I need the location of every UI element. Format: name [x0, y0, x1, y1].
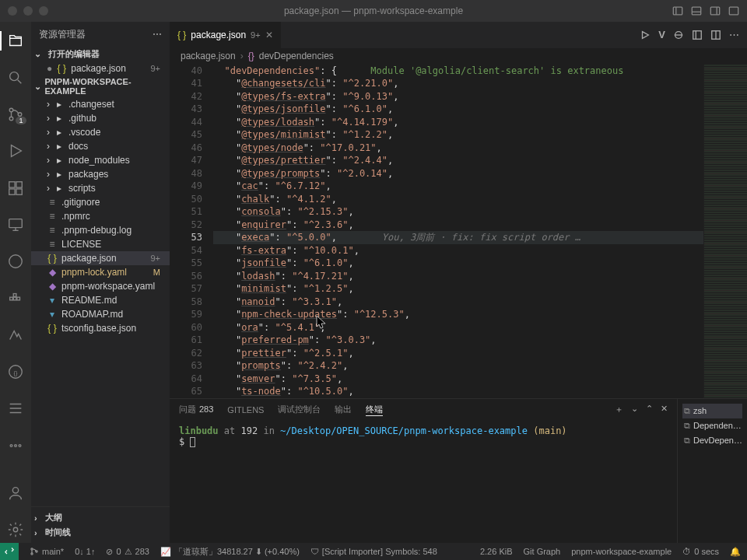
run-debug-view[interactable] — [0, 138, 31, 164]
tree-item--gitignore[interactable]: ≡.gitignore — [31, 195, 170, 209]
window-controls[interactable] — [8, 6, 48, 16]
panel-right-icon[interactable] — [710, 5, 721, 16]
svg-marker-12 — [12, 145, 22, 157]
svg-point-7 — [10, 72, 19, 81]
tab-output[interactable]: 输出 — [335, 404, 352, 415]
run-icon[interactable] — [640, 30, 651, 40]
explorer-view[interactable] — [0, 28, 31, 54]
sidebar-more-icon[interactable]: ⋯ — [153, 29, 162, 40]
tree-item-tsconfig-base-json[interactable]: { }tsconfig.base.json — [31, 321, 170, 335]
editor-body[interactable]: 4041424344454647484950515253545556575859… — [170, 65, 747, 398]
tree-item-README-md[interactable]: ▾README.md — [31, 293, 170, 307]
github-view[interactable] — [0, 249, 31, 275]
minimize-window[interactable] — [23, 6, 33, 16]
accounts[interactable] — [0, 480, 31, 506]
code-content[interactable]: "devDependencies": { Module '@algolia/cl… — [213, 65, 703, 398]
project-label[interactable]: pnpm-workspace-example — [571, 547, 672, 557]
tree-item--vscode[interactable]: ›▸.vscode — [31, 125, 170, 139]
split-left-icon[interactable] — [692, 30, 703, 40]
tree-item-docs[interactable]: ›▸docs — [31, 139, 170, 153]
tab-terminal[interactable]: 终端 — [366, 404, 383, 416]
maximize-window[interactable] — [39, 6, 48, 16]
tree-item-LICENSE[interactable]: ≡LICENSE — [31, 237, 170, 251]
nx-view[interactable] — [0, 322, 31, 348]
remote-explorer-view[interactable] — [0, 212, 31, 237]
breadcrumb-symbol[interactable]: devDependencies — [259, 51, 334, 61]
tree-item-pnpm-workspace-yaml[interactable]: ◆pnpm-workspace.yaml — [31, 279, 170, 293]
layout-icon[interactable] — [728, 5, 739, 16]
source-control-view[interactable]: 1 — [0, 102, 31, 128]
chevron-right-icon: › — [47, 155, 50, 166]
close-window[interactable] — [8, 6, 17, 16]
folder-icon: ▸ — [54, 183, 65, 194]
compare-icon[interactable] — [673, 30, 684, 40]
json-view[interactable]: {} — [0, 359, 31, 385]
tab-gitlens[interactable]: GITLENS — [227, 405, 264, 415]
svg-rect-0 — [673, 7, 682, 15]
tree-item--pnpm-debug-log[interactable]: ≡.pnpm-debug.log — [31, 223, 170, 237]
close-icon[interactable]: ✕ — [265, 30, 273, 40]
tree-item-packages[interactable]: ›▸packages — [31, 167, 170, 181]
tree-item--npmrc[interactable]: ≡.npmrc — [31, 209, 170, 223]
terminal[interactable]: linbudu at 192 in ~/Desktop/OPEN_SOURCE/… — [170, 421, 677, 543]
chevron-right-icon: › — [34, 513, 42, 523]
search-view[interactable] — [0, 65, 31, 90]
terminal-item[interactable]: ⧉zsh — [682, 404, 742, 418]
panel-bottom-icon[interactable] — [691, 5, 702, 16]
line-gutter[interactable]: 4041424344454647484950515253545556575859… — [170, 65, 213, 398]
breadcrumb[interactable]: package.json › {} devDependencies — [170, 48, 747, 65]
svg-rect-15 — [9, 189, 15, 194]
json-file-icon: { } — [177, 30, 186, 40]
tree-item-label: .changeset — [68, 99, 165, 110]
chevron-down-icon: ⌄ — [34, 82, 42, 92]
tree-item-ROADMAP-md[interactable]: ▾ROADMAP.md — [31, 307, 170, 321]
more-actions-icon[interactable]: ⋯ — [729, 29, 739, 40]
svg-point-28 — [15, 444, 17, 446]
stock-ticker[interactable]: 📈 「道琼斯」34818.27 ⬇ (+0.40%) — [160, 546, 300, 558]
tab-debug-console[interactable]: 调试控制台 — [278, 404, 321, 415]
git-sync[interactable]: 0↓ 1↑ — [75, 547, 95, 556]
new-terminal-icon[interactable]: ＋ — [615, 404, 623, 415]
extensions-view[interactable] — [0, 175, 31, 201]
panel-left-icon[interactable] — [672, 5, 683, 16]
more-views[interactable] — [0, 432, 31, 458]
svg-line-8 — [18, 80, 22, 84]
terminal-item[interactable]: ⧉Dependen… — [682, 418, 742, 433]
settings-gear[interactable] — [0, 517, 31, 543]
panel-close-icon[interactable]: ✕ — [661, 404, 668, 415]
split-editor-icon[interactable] — [710, 30, 721, 40]
tree-item-label: docs — [68, 141, 165, 152]
extra-view[interactable] — [0, 396, 31, 422]
tree-item-scripts[interactable]: ›▸scripts — [31, 181, 170, 195]
folder-icon: ▸ — [54, 141, 65, 152]
svg-point-20 — [9, 255, 23, 268]
diagnostics[interactable]: ⊘ 0 ⚠ 283 — [106, 547, 149, 557]
open-editors-section[interactable]: ⌄ 打开的编辑器 — [31, 47, 170, 61]
tab-package-json[interactable]: { } package.json 9+ ✕ — [170, 22, 282, 48]
timeline-section[interactable]: › 时间线 — [31, 525, 170, 540]
terminal-item[interactable]: ⧉DevDepen… — [682, 433, 742, 448]
file-size[interactable]: 2.26 KiB — [480, 547, 513, 557]
tree-item-node-modules[interactable]: ›▸node_modules — [31, 153, 170, 167]
tabnine-status[interactable]: 🛡 [Script Importer] Symbols: 548 — [310, 547, 437, 556]
terminal-split-icon[interactable]: ⌄ — [631, 404, 638, 415]
tree-item-package-json[interactable]: { }package.json9+ — [31, 251, 170, 265]
open-editor-item[interactable]: ● { } package.json 9+ — [31, 61, 170, 75]
git-branch[interactable]: main* — [30, 547, 64, 556]
tree-item--github[interactable]: ›▸.github — [31, 111, 170, 125]
outline-section[interactable]: › 大纲 — [31, 510, 170, 525]
minimap[interactable] — [703, 65, 747, 398]
panel-maximize-icon[interactable]: ⌃ — [646, 404, 653, 415]
notifications-icon[interactable]: 🔔 — [730, 547, 741, 557]
breadcrumb-file[interactable]: package.json — [181, 51, 236, 61]
elapsed-time[interactable]: ⏱ 0 secs — [682, 547, 719, 557]
project-section[interactable]: ⌄ PNPM-WORKSPACE-EXAMPLE — [31, 75, 170, 97]
git-graph[interactable]: Git Graph — [524, 547, 561, 557]
docker-view[interactable] — [0, 285, 31, 311]
tree-item-pnpm-lock-yaml[interactable]: ◆pnpm-lock.yamlM — [31, 265, 170, 279]
tree-item--changeset[interactable]: ›▸.changeset — [31, 97, 170, 111]
remote-indicator[interactable] — [0, 543, 19, 560]
tree-item-label: node_modules — [68, 155, 165, 166]
chevron-right-icon: › — [47, 99, 50, 110]
tab-problems[interactable]: 问题283 — [179, 404, 213, 415]
